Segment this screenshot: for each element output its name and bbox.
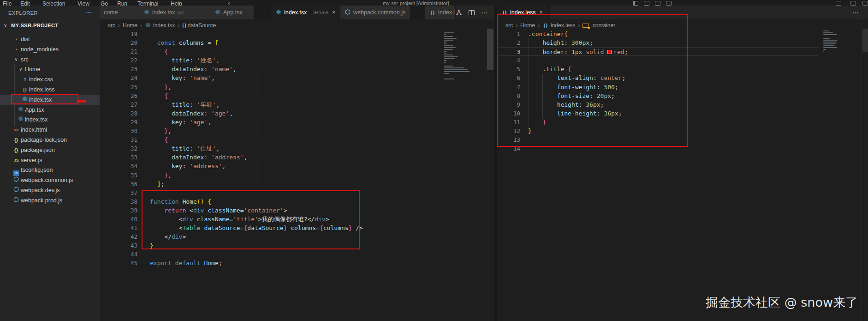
code-line-4[interactable]: 4 [497, 56, 819, 65]
menu-terminal[interactable]: Terminal [137, 0, 158, 6]
code-line-32[interactable]: 32 title: '住址', [100, 144, 487, 153]
breadcrumb-item-src[interactable]: src [505, 22, 513, 29]
tree-item-node_modules[interactable]: ›node_modules [0, 44, 100, 55]
code-line-8[interactable]: 8 font-size: 20px; [497, 91, 819, 100]
close-window-icon[interactable] [862, 1, 868, 6]
code-line-27[interactable]: 27 title: '年龄', [100, 100, 487, 109]
more-actions-icon[interactable]: ⋯ [481, 9, 488, 16]
code-line-28[interactable]: 28 dataIndex: 'age', [100, 109, 487, 118]
code-line-31[interactable]: 31 { [100, 135, 487, 144]
breadcrumb-item-dataSource[interactable]: [ ]dataSource [182, 22, 216, 29]
code-line-5[interactable]: 5 .title { [497, 65, 819, 73]
code-line-42[interactable]: 42 </div> [100, 232, 487, 241]
tree-item-App.tsx[interactable]: App.tsx [0, 105, 100, 115]
tab-come[interactable]: come [100, 6, 139, 19]
code-line-36[interactable]: 36 ]; [100, 180, 487, 188]
tree-item-webpack.dev.js[interactable]: webpack.dev.js [0, 185, 100, 195]
code-line-19[interactable]: 19 [100, 30, 487, 38]
code-line-39[interactable]: 39 return <div className='container'> [100, 206, 487, 215]
tree-item-dist[interactable]: ›dist [0, 34, 100, 44]
vertical-scrollbar[interactable] [487, 29, 493, 70]
tree-item-index.html[interactable]: <>index.html [0, 125, 100, 135]
tree-item-package.json[interactable]: {}package.json [0, 145, 100, 155]
navigate-back-icon[interactable]: ‹ [228, 0, 230, 6]
code-line-40[interactable]: 40 <div className='title'>我的偶像都有谁?</div> [100, 215, 487, 224]
code-line-6[interactable]: 6 text-align: center; [497, 73, 819, 82]
code-line-25[interactable]: 25 }, [100, 83, 487, 91]
tree-item-src[interactable]: ∨src [0, 55, 100, 65]
code-line-13[interactable]: 13 [497, 135, 819, 144]
code-line-20[interactable]: 20 const columns = [ [100, 38, 487, 47]
tree-item-index.less[interactable]: {}index.less [0, 85, 100, 95]
code-line-38[interactable]: 38function Home() { [100, 197, 487, 206]
code-line-34[interactable]: 34 key: 'address', [100, 162, 487, 170]
minimize-icon[interactable] [836, 1, 841, 6]
tree-item-index.tsx[interactable]: index.tsx [0, 115, 100, 125]
code-line-45[interactable]: 45export default Home; [100, 259, 487, 267]
more-actions-icon[interactable]: ⋯ [852, 9, 859, 16]
code-line-1[interactable]: 1.container{ [497, 30, 819, 38]
color-swatch-red[interactable] [607, 50, 612, 54]
code-line-3[interactable]: 3 border: 1px solid red; [497, 47, 819, 56]
tree-item-webpack.common.js[interactable]: webpack.common.js [0, 175, 100, 185]
tab-App.tsx[interactable]: App.tsx [210, 6, 255, 19]
code-line-43[interactable]: 43} [100, 241, 487, 250]
breadcrumb-item-Home[interactable]: Home [520, 22, 535, 29]
code-line-24[interactable]: 24 key: 'name', [100, 73, 487, 82]
menu-view[interactable]: View [77, 0, 89, 6]
tree-item-webpack.prod.js[interactable]: webpack.prod.js [0, 195, 100, 206]
code-line-23[interactable]: 23 dataIndex: 'name', [100, 65, 487, 73]
breadcrumb-item-Home[interactable]: Home [123, 22, 137, 29]
menu-edit[interactable]: Edit [20, 0, 30, 6]
tree-item-tsconfig.json[interactable]: TStsconfig.json [0, 165, 100, 175]
layout-panel-icon[interactable] [633, 1, 638, 6]
vertical-scrollbar[interactable] [862, 29, 868, 52]
code-line-26[interactable]: 26 { [100, 91, 487, 100]
close-tab-icon[interactable]: × [540, 9, 543, 16]
menu-file[interactable]: File [3, 0, 12, 6]
tab-index.l[interactable]: {}index.l [425, 6, 456, 19]
code-line-12[interactable]: 12} [497, 127, 819, 135]
layout-sidebar-icon[interactable] [644, 1, 649, 6]
code-editor-index-less[interactable]: 1.container{2 height: 300px;3 border: 1p… [497, 30, 868, 153]
breadcrumb-item-index.tsx[interactable]: index.tsx [145, 22, 175, 29]
code-editor-index-tsx[interactable]: 1920 const columns = [21 {22 title: '姓名'… [100, 30, 494, 268]
code-line-35[interactable]: 35 }, [100, 171, 487, 180]
menu-selection[interactable]: Selection [42, 0, 65, 6]
tree-item-package-lock.json[interactable]: {}package-lock.json [0, 135, 100, 145]
tab-index.less[interactable]: {}index.less× [497, 6, 550, 19]
code-line-44[interactable]: 44 [100, 250, 487, 259]
editor-group-divider[interactable] [494, 6, 497, 321]
code-line-21[interactable]: 21 { [100, 47, 487, 56]
tab-index.tsx[interactable]: index.tsxsrc [139, 6, 210, 19]
breadcrumb-item-src[interactable]: src [108, 22, 115, 29]
split-editor-icon[interactable] [469, 10, 475, 15]
menu-go[interactable]: Go [101, 0, 108, 6]
tree-item-index.css[interactable]: #index.css [0, 74, 100, 85]
code-line-22[interactable]: 22 title: '姓名', [100, 56, 487, 65]
breadcrumb-item-.container[interactable]: .container [583, 22, 615, 29]
code-line-29[interactable]: 29 key: 'age', [100, 118, 487, 127]
menu-run[interactable]: Run [117, 0, 127, 6]
layout-secondary-sidebar-icon[interactable] [655, 1, 660, 6]
tree-item-Home[interactable]: ∨Home [0, 64, 100, 74]
code-line-30[interactable]: 30 }, [100, 127, 487, 135]
code-line-9[interactable]: 9 height: 36px; [497, 100, 819, 109]
code-line-10[interactable]: 10 line-height: 36px; [497, 109, 819, 118]
code-line-33[interactable]: 33 dataIndex: 'address', [100, 153, 487, 162]
code-line-41[interactable]: 41 <Table dataSource={dataSource} column… [100, 224, 487, 232]
branch-icon[interactable] [456, 9, 462, 16]
layout-customize-icon[interactable] [666, 1, 672, 6]
explorer-more-actions-icon[interactable]: ⋯ [86, 9, 92, 16]
tab-webpack.common.js[interactable]: webpack.common.js [340, 6, 410, 19]
minimap[interactable] [444, 30, 470, 80]
menu-help[interactable]: Help [171, 0, 182, 6]
code-line-2[interactable]: 2 height: 300px; [497, 38, 819, 47]
project-root-row[interactable]: ∨ MY-SSR-PROJECT [0, 20, 100, 30]
close-tab-icon[interactable]: × [332, 9, 335, 16]
code-line-14[interactable]: 14 [497, 144, 819, 153]
tab-index.tsx[interactable]: index.tsx...\Home× [271, 6, 340, 19]
maximize-icon[interactable] [850, 1, 856, 6]
breadcrumb-item-index.less[interactable]: {}index.less [542, 22, 575, 29]
minimap[interactable] [823, 30, 849, 56]
